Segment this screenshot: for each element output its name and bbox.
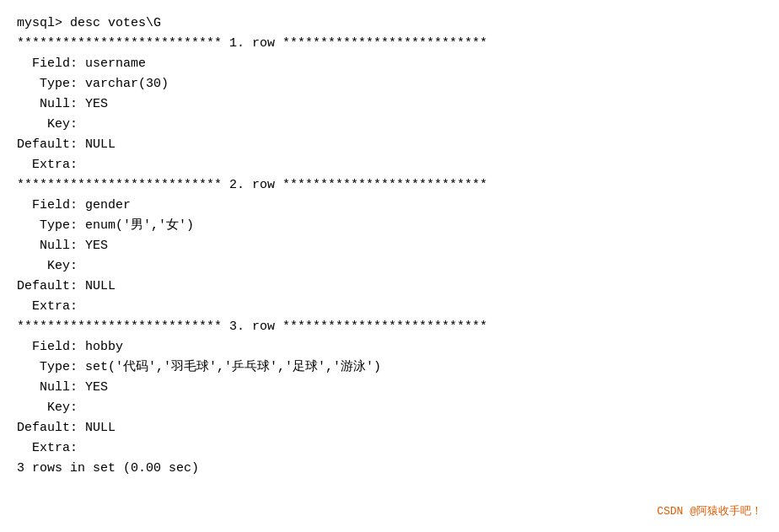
field-2-type: Type: enum('男','女') [17, 216, 762, 236]
summary-line: 3 rows in set (0.00 sec) [17, 459, 762, 479]
field-1-field: Field: username [17, 54, 762, 74]
prompt-line: mysql> desc votes\G [17, 13, 762, 34]
field-3-field: Field: hobby [17, 337, 762, 357]
terminal-window: mysql> desc votes\G ********************… [0, 0, 779, 532]
field-3-null: Null: YES [17, 378, 762, 398]
field-1-default: Default: NULL [17, 135, 762, 155]
field-2-default: Default: NULL [17, 277, 762, 297]
field-2-key: Key: [17, 256, 762, 277]
field-1-type: Type: varchar(30) [17, 74, 762, 94]
field-3-default: Default: NULL [17, 418, 762, 438]
field-3-type: Type: set('代码','羽毛球','乒乓球','足球','游泳') [17, 357, 762, 378]
field-3-extra: Extra: [17, 438, 762, 459]
field-3-key: Key: [17, 398, 762, 418]
separator-row-1: *************************** 1. row *****… [17, 34, 762, 54]
field-2-null: Null: YES [17, 236, 762, 256]
separator-row-3: *************************** 3. row *****… [17, 317, 762, 337]
separator-row-2: *************************** 2. row *****… [17, 175, 762, 196]
branding-label: CSDN @阿猿收手吧！ [657, 503, 762, 519]
field-2-extra: Extra: [17, 297, 762, 317]
field-1-extra: Extra: [17, 155, 762, 175]
field-1-key: Key: [17, 115, 762, 135]
field-2-field: Field: gender [17, 196, 762, 216]
field-1-null: Null: YES [17, 94, 762, 115]
